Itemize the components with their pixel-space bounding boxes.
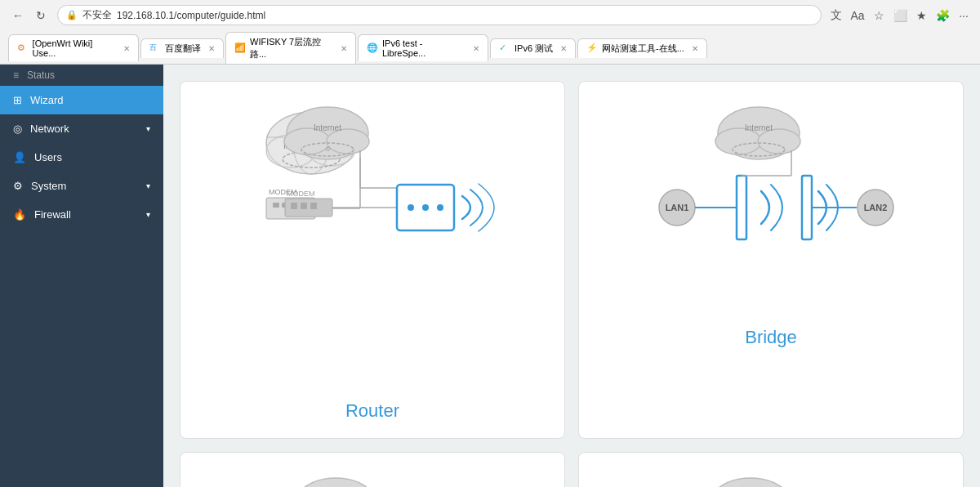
sidebar-item-network[interactable]: ◎ Network ▾ [0,114,163,143]
svg-rect-25 [291,203,297,209]
status-icon: ≡ [13,69,19,81]
bridge-label: Bridge [745,327,797,348]
nav-buttons: ← ↻ [8,6,51,25]
svg-text:Internet: Internet [745,123,773,132]
extensions-icon[interactable]: 🧩 [934,7,951,24]
wizard-label: Wizard [30,94,63,106]
read-mode-icon[interactable]: Aa [849,7,866,24]
tab-2[interactable]: 百 百度翻译 ✕ [140,38,224,58]
tab-close-1[interactable]: ✕ [123,44,130,53]
firewall-icon: 🔥 [13,208,26,221]
sidebar-item-firewall[interactable]: 🔥 Firewall ▾ [0,200,163,229]
refresh-button[interactable]: ↻ [31,6,51,25]
tab-label-5: IPv6 测试 [514,42,553,55]
translate-icon[interactable]: 文 [828,7,844,24]
system-chevron: ▾ [146,181,150,190]
svg-point-69 [710,478,791,487]
address-text: 192.168.10.1/computer/guide.html [117,10,265,21]
split-view-icon[interactable]: ⬜ [892,7,908,24]
bridge-svg: Internet LAN1 [579,98,963,245]
tab-label-3: WIFISKY 7层流控路... [250,36,333,60]
svg-text:⊙: ⊙ [325,145,331,153]
browser-toolbar: ← ↻ 🔒 不安全 192.168.10.1/computer/guide.ht… [0,0,980,30]
svg-point-33 [437,204,443,211]
svg-rect-27 [310,203,317,209]
tab-5[interactable]: ✓ IPv6 测试 ✕ [490,38,576,58]
svg-text:LAN1: LAN1 [666,203,689,212]
svg-point-36 [758,129,800,154]
tab-favicon-5: ✓ [499,42,510,54]
tab-favicon-4: 🌐 [367,42,378,54]
favorites-icon[interactable]: ★ [913,7,929,24]
system-label: System [31,180,66,192]
address-bar[interactable]: 🔒 不安全 192.168.10.1/computer/guide.html [57,5,822,25]
tab-favicon-2: 百 [149,42,161,54]
svg-point-49 [295,478,376,487]
tab-close-2[interactable]: ✕ [208,44,215,53]
tab-close-6[interactable]: ✕ [692,44,698,53]
bridge-diagram-visual: Internet LAN1 [579,98,963,245]
sidebar: ≡ Status ⊞ Wizard ◎ Network ▾ 👤 Users ⚙ … [0,65,163,487]
tab-label-4: IPv6 test - LibreSpe... [382,38,466,58]
ap-svg: Internet SWITCH [180,469,564,487]
ap-card[interactable]: Internet SWITCH [180,452,565,487]
tab-close-4[interactable]: ✕ [473,44,479,53]
tab-close-5[interactable]: ✕ [560,44,567,53]
status-label: Status [27,69,55,81]
svg-rect-44 [802,176,812,239]
menu-icon[interactable]: ··· [956,7,972,24]
content-area: Internet MODEM [163,65,980,487]
browser-chrome: ← ↻ 🔒 不安全 192.168.10.1/computer/guide.ht… [0,0,980,65]
tab-4[interactable]: 🌐 IPv6 test - LibreSpe... ✕ [358,34,488,61]
tab-3[interactable]: 📶 WIFISKY 7层流控路... ✕ [225,32,356,64]
not-secure-label: 不安全 [82,8,112,22]
network-chevron: ▾ [146,124,150,133]
sidebar-item-system[interactable]: ⚙ System ▾ [0,172,163,200]
sidebar-item-wizard[interactable]: ⊞ Wizard [0,86,163,114]
router-diagram-visual: Internet ⊙ MODEM [180,98,564,245]
back-button[interactable]: ← [8,6,28,25]
browser-actions: 文 Aa ☆ ⬜ ★ 🧩 ··· [828,7,972,24]
repeater-card[interactable]: Internet [578,452,964,487]
router-svg: Internet ⊙ MODEM [180,98,564,245]
svg-point-32 [422,204,429,211]
tab-favicon-6: ⚡ [586,42,598,54]
firewall-label: Firewall [34,208,71,221]
system-icon: ⚙ [13,180,23,192]
repeater-svg: Internet [579,469,963,487]
bookmark-icon[interactable]: ☆ [871,7,887,24]
tab-label-2: 百度翻译 [165,42,201,55]
main-layout: ≡ Status ⊞ Wizard ◎ Network ▾ 👤 Users ⚙ … [0,65,980,487]
tab-close-3[interactable]: ✕ [341,44,347,53]
ap-diagram-visual: Internet SWITCH [180,469,564,487]
tab-label-6: 网站测速工具-在线... [602,42,684,55]
svg-text:MODEM: MODEM [287,190,315,198]
lock-icon: 🔒 [66,10,78,20]
bridge-card[interactable]: Internet LAN1 [578,81,964,439]
network-label: Network [30,123,69,135]
wizard-icon: ⊞ [13,94,22,106]
repeater-diagram-visual: Internet [579,469,963,487]
users-label: Users [34,151,62,163]
mode-grid: Internet MODEM [180,81,964,487]
tab-favicon-3: 📶 [234,42,246,54]
router-label: Router [345,400,399,422]
svg-point-18 [327,129,369,154]
tabs-bar: ⚙ [OpenWrt Wiki] Use... ✕ 百 百度翻译 ✕ 📶 WIF… [0,30,980,64]
sidebar-item-users[interactable]: 👤 Users [0,143,163,172]
tab-1[interactable]: ⚙ [OpenWrt Wiki] Use... ✕ [8,34,139,61]
users-icon: 👤 [13,151,26,163]
sidebar-item-status[interactable]: ≡ Status [0,65,163,86]
router-card[interactable]: Internet MODEM [180,81,565,439]
network-icon: ◎ [13,123,22,135]
svg-text:LAN2: LAN2 [864,203,888,212]
svg-rect-26 [301,203,307,209]
tab-label-1: [OpenWrt Wiki] Use... [33,38,116,58]
tab-6[interactable]: ⚡ 网站测速工具-在线... ✕ [577,38,707,58]
svg-rect-43 [737,176,746,239]
svg-text:Internet: Internet [314,123,341,132]
tab-favicon-1: ⚙ [17,42,29,54]
svg-point-31 [408,204,414,211]
firewall-chevron: ▾ [146,210,150,219]
